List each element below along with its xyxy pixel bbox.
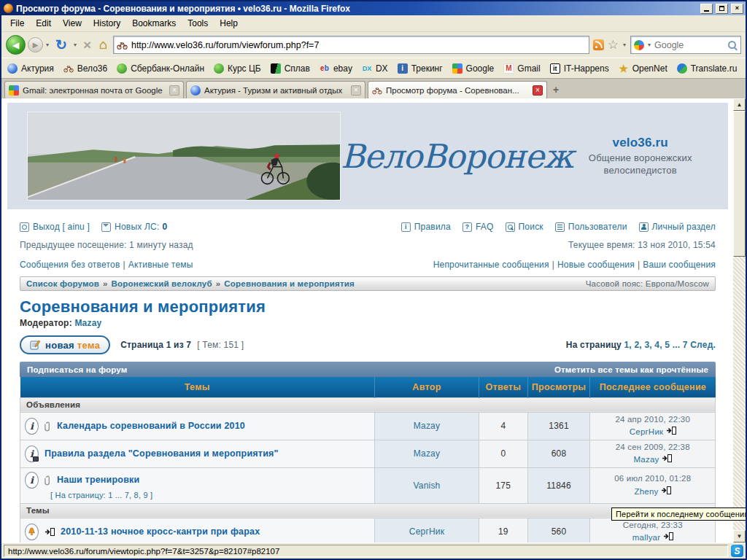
search-input[interactable] <box>654 40 724 50</box>
bookmark-translate[interactable]: Translate.ru <box>677 63 738 74</box>
breadcrumb-forum-index[interactable]: Список форумов <box>26 279 99 288</box>
search-box[interactable]: ▾ <box>630 36 741 54</box>
menu-edit[interactable]: Edit <box>30 16 57 31</box>
stop-button[interactable]: × <box>81 37 93 53</box>
tab-akturia[interactable]: Актурия - Туризм и активный отдых × <box>186 81 365 98</box>
bookmark-velo36[interactable]: Вело36 <box>63 63 107 74</box>
new-topic-word2: тема <box>77 340 100 351</box>
refresh-button[interactable]: ↻ <box>53 36 69 53</box>
pm-label: Новых ЛС: <box>115 222 159 232</box>
vertical-scrollbar[interactable]: ▲ ▼ <box>733 98 746 542</box>
author-link[interactable]: Vanish <box>413 481 440 491</box>
search-engine-dropdown-icon[interactable]: ▾ <box>647 42 651 48</box>
goto-last-post-icon[interactable] <box>661 486 671 494</box>
bookmark-google[interactable]: Google <box>452 63 495 74</box>
members-link[interactable]: Пользователи <box>555 222 627 232</box>
bookmark-splav[interactable]: Сплав <box>271 63 310 74</box>
unread-posts-link[interactable]: Непрочитанные сообщения <box>433 260 549 270</box>
last-post-user-link[interactable]: СергНик <box>630 427 663 436</box>
pagination-next-link[interactable]: След. <box>690 340 716 350</box>
forward-button[interactable]: ▶ <box>28 37 43 52</box>
user-control-panel-link[interactable]: Личный раздел <box>639 222 716 232</box>
views-count: 560 <box>527 518 590 542</box>
bookmark-tracking[interactable]: iТрекинг <box>398 63 443 74</box>
menu-view[interactable]: View <box>57 16 88 31</box>
bookmark-sberbank[interactable]: Сбербанк-Онлайн <box>117 63 204 74</box>
minimize-button[interactable] <box>700 4 713 14</box>
last-post-user-link[interactable]: mallyar <box>632 533 660 542</box>
tab-close-icon[interactable]: × <box>533 85 543 96</box>
refresh-dropdown-icon[interactable]: ▾ <box>73 42 77 48</box>
pagination-pages[interactable]: 1, 2, 3, 4, 5 ... 7 <box>624 340 688 350</box>
topic-title-link[interactable]: Наши тренировки <box>57 475 139 485</box>
bookmark-kurs-cb[interactable]: Курс ЦБ <box>214 63 261 74</box>
url-input[interactable] <box>131 40 586 50</box>
scroll-up-icon[interactable]: ▲ <box>733 98 746 111</box>
google-search-engine-icon[interactable] <box>634 40 644 50</box>
topic-title-link[interactable]: 2010-11-13 ночное кросс-кантри при фарах <box>61 526 260 537</box>
bookmark-ebay[interactable]: ebebay <box>320 63 352 74</box>
author-link[interactable]: СергНик <box>409 526 444 537</box>
search-magnifier-icon[interactable] <box>727 40 738 50</box>
last-post-user-link[interactable]: Mazay <box>634 455 659 464</box>
active-topics-link[interactable]: Активные темы <box>128 260 193 270</box>
bookmark-star-icon[interactable]: ☆ <box>608 39 619 51</box>
new-topic-button[interactable]: новая тема <box>20 335 110 354</box>
bookmark-dx[interactable]: DXDX <box>362 63 388 74</box>
author-link[interactable]: Mazay <box>414 421 440 431</box>
author-link[interactable]: Mazay <box>414 448 440 459</box>
tab-close-icon[interactable]: × <box>351 85 361 96</box>
goto-last-post-icon[interactable] <box>666 427 676 435</box>
bookmark-it-happens[interactable]: itIT-Happens <box>550 63 609 74</box>
unanswered-posts-link[interactable]: Сообщения без ответов <box>20 260 120 270</box>
close-button[interactable]: × <box>731 4 743 14</box>
last-post-user-link[interactable]: Zheny <box>635 487 659 496</box>
bookmark-label: Translate.ru <box>691 63 738 74</box>
bookmark-gmail[interactable]: MGmail <box>503 63 540 74</box>
tab-gmail[interactable]: Gmail: электронная почта от Google × <box>4 81 184 98</box>
restore-button[interactable] <box>716 4 728 14</box>
rss-icon[interactable] <box>593 39 604 50</box>
faq-link[interactable]: ?FAQ <box>462 222 494 232</box>
new-posts-link[interactable]: Новые сообщения <box>557 260 635 270</box>
bookmark-akturia[interactable]: Актурия <box>7 63 54 74</box>
topic-title-link[interactable]: Календарь соревнований в России 2010 <box>57 421 245 431</box>
url-bar[interactable] <box>113 36 589 54</box>
history-dropdown-icon[interactable]: ▾ <box>45 42 50 48</box>
bookmark-opennet[interactable]: ★OpenNet <box>619 63 667 74</box>
mark-topics-read-link[interactable]: Отметить все темы как прочтённые <box>554 365 708 374</box>
scrollbar-thumb[interactable] <box>733 111 746 257</box>
scroll-down-icon[interactable]: ▼ <box>733 530 746 542</box>
menu-tools[interactable]: Tools <box>182 16 214 31</box>
tab-close-icon[interactable]: × <box>169 85 179 96</box>
moderator-link[interactable]: Mazay <box>74 318 101 328</box>
home-button[interactable]: ⌂ <box>97 37 109 52</box>
goto-last-post-icon[interactable] <box>662 454 672 462</box>
new-tab-button[interactable]: + <box>549 83 562 96</box>
url-dropdown-icon[interactable]: ▾ <box>622 42 627 48</box>
breadcrumb-club[interactable]: Воронежский велоклуб <box>112 279 212 288</box>
column-views: Просмотры <box>527 377 590 397</box>
menu-file[interactable]: File <box>4 16 30 31</box>
restore-icon <box>719 6 724 11</box>
menu-help[interactable]: Help <box>214 16 244 31</box>
breadcrumb-current-forum[interactable]: Соревнования и мероприятия <box>224 279 355 288</box>
back-button[interactable]: ◀ <box>6 35 26 55</box>
topic-title-link[interactable]: Правила раздела "Соревнования и мероприя… <box>44 448 279 459</box>
topic-pagination-links[interactable]: [ На страницу: 1 ... 7, 8, 9 ] <box>50 491 152 499</box>
breadcrumb-separator: » <box>212 279 225 288</box>
tab-forum-active[interactable]: Просмотр форума - Соревнован... × <box>368 81 547 98</box>
skype-extension-icon[interactable]: S <box>731 545 743 557</box>
subscribe-forum-link[interactable]: Подписаться на форум <box>27 365 128 374</box>
menu-bookmarks[interactable]: Bookmarks <box>126 16 182 31</box>
section-title: Объявления <box>20 397 716 412</box>
your-posts-link[interactable]: Ваши сообщения <box>643 260 716 270</box>
goto-last-post-icon[interactable] <box>663 532 673 540</box>
rules-link[interactable]: iПравила <box>401 222 451 232</box>
logout-link[interactable]: Выход [ ainu ] <box>20 222 90 232</box>
search-link[interactable]: Поиск <box>506 222 543 232</box>
site-subtitle: Общение воронежских <box>573 152 708 165</box>
private-messages-link[interactable]: Новых ЛС:0 <box>101 222 167 232</box>
goto-first-unread-icon[interactable] <box>44 528 55 536</box>
menu-history[interactable]: History <box>88 16 126 31</box>
